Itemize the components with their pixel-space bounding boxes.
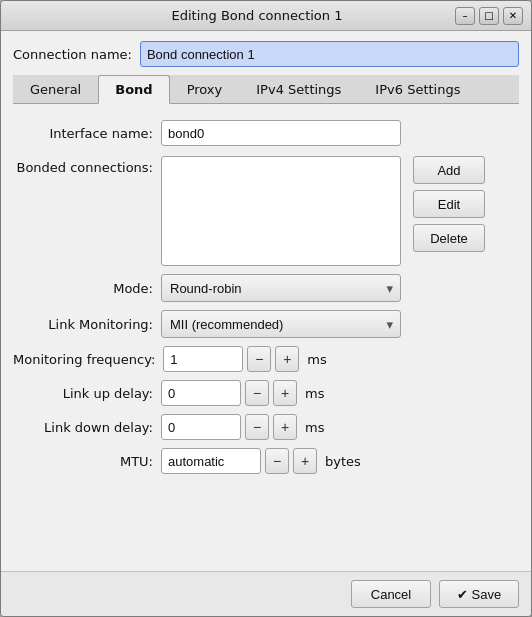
link-monitoring-dropdown-wrapper: MII (recommended)ARP [161,310,401,338]
minimize-button[interactable]: – [455,7,475,25]
link-up-delay-row: Link up delay: − + ms [13,380,519,406]
mtu-unit: bytes [325,454,361,469]
monitoring-frequency-minus[interactable]: − [247,346,271,372]
mtu-input[interactable] [161,448,261,474]
mtu-plus[interactable]: + [293,448,317,474]
mode-dropdown[interactable]: Round-robinActive backupBalance XORBroad… [161,274,401,302]
content-area: Connection name: General Bond Proxy IPv4… [1,31,531,571]
tab-content-bond: Interface name: Bonded connections: Add … [13,112,519,561]
edit-button[interactable]: Edit [413,190,485,218]
bonded-buttons: Add Edit Delete [413,156,485,252]
mtu-label: MTU: [13,454,153,469]
interface-name-input[interactable] [161,120,401,146]
titlebar-buttons: – □ ✕ [455,7,523,25]
monitoring-frequency-label: Monitoring frequency: [13,352,155,367]
tab-general[interactable]: General [13,75,98,104]
maximize-button[interactable]: □ [479,7,499,25]
link-down-delay-minus[interactable]: − [245,414,269,440]
cancel-button[interactable]: Cancel [351,580,431,608]
mode-dropdown-wrapper: Round-robinActive backupBalance XORBroad… [161,274,401,302]
link-up-delay-plus[interactable]: + [273,380,297,406]
main-window: Editing Bond connection 1 – □ ✕ Connecti… [0,0,532,617]
window-title: Editing Bond connection 1 [59,8,455,23]
mtu-spinner: − + bytes [161,448,361,474]
connection-name-label: Connection name: [13,47,132,62]
link-up-delay-unit: ms [305,386,324,401]
link-up-delay-input[interactable] [161,380,241,406]
link-down-delay-row: Link down delay: − + ms [13,414,519,440]
footer: Cancel ✔ Save [1,571,531,616]
save-button[interactable]: ✔ Save [439,580,519,608]
bonded-connections-row: Bonded connections: Add Edit Delete [13,156,519,266]
link-down-delay-input[interactable] [161,414,241,440]
bonded-connections-label: Bonded connections: [13,156,153,175]
monitoring-frequency-spinner: − + ms [163,346,326,372]
monitoring-frequency-unit: ms [307,352,326,367]
delete-button[interactable]: Delete [413,224,485,252]
mode-row: Mode: Round-robinActive backupBalance XO… [13,274,519,302]
tab-ipv4[interactable]: IPv4 Settings [239,75,358,104]
link-up-delay-label: Link up delay: [13,386,153,401]
connection-name-input[interactable] [140,41,519,67]
link-down-delay-spinner: − + ms [161,414,324,440]
titlebar: Editing Bond connection 1 – □ ✕ [1,1,531,31]
tab-bond[interactable]: Bond [98,75,169,104]
link-monitoring-dropdown[interactable]: MII (recommended)ARP [161,310,401,338]
link-up-delay-minus[interactable]: − [245,380,269,406]
link-up-delay-spinner: − + ms [161,380,324,406]
tab-proxy[interactable]: Proxy [170,75,240,104]
close-button[interactable]: ✕ [503,7,523,25]
link-monitoring-label: Link Monitoring: [13,317,153,332]
link-down-delay-unit: ms [305,420,324,435]
interface-name-label: Interface name: [13,126,153,141]
interface-name-row: Interface name: [13,120,519,146]
add-button[interactable]: Add [413,156,485,184]
tabs-bar: General Bond Proxy IPv4 Settings IPv6 Se… [13,75,519,104]
monitoring-frequency-input[interactable] [163,346,243,372]
monitoring-frequency-row: Monitoring frequency: − + ms [13,346,519,372]
bonded-list [161,156,401,266]
tab-ipv6[interactable]: IPv6 Settings [358,75,477,104]
connection-name-row: Connection name: [13,41,519,67]
link-monitoring-row: Link Monitoring: MII (recommended)ARP [13,310,519,338]
monitoring-frequency-plus[interactable]: + [275,346,299,372]
mode-label: Mode: [13,281,153,296]
bonded-area: Add Edit Delete [161,156,485,266]
mtu-row: MTU: − + bytes [13,448,519,474]
link-down-delay-label: Link down delay: [13,420,153,435]
link-down-delay-plus[interactable]: + [273,414,297,440]
mtu-minus[interactable]: − [265,448,289,474]
